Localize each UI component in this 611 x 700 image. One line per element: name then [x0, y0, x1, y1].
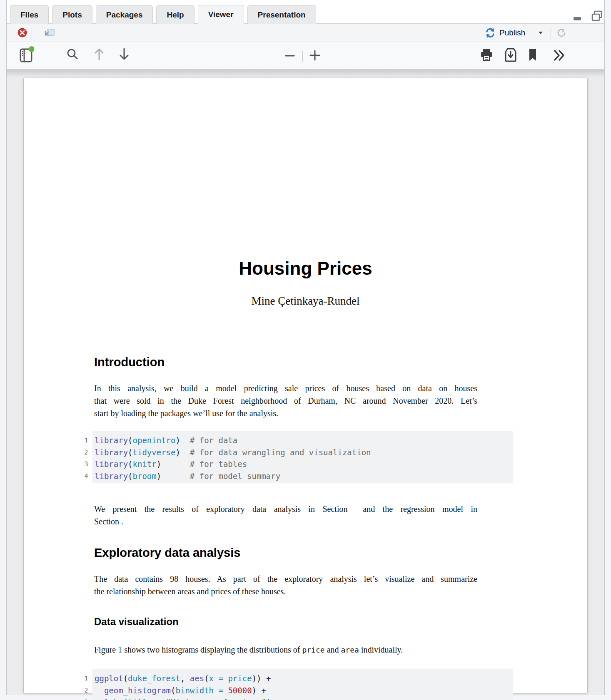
figure-link[interactable]: 1	[118, 645, 122, 654]
page-up-icon[interactable]	[92, 47, 106, 62]
minimize-pane-icon[interactable]	[571, 12, 583, 22]
toolbar-separator	[551, 28, 551, 39]
line-number: 2	[79, 685, 88, 697]
tab-files[interactable]: Files	[10, 5, 49, 24]
publish-sync-icon	[485, 27, 496, 38]
tab-help[interactable]: Help	[156, 5, 194, 24]
toolbar-separator	[302, 51, 303, 62]
line-number: 1	[79, 673, 88, 685]
search-icon[interactable]	[66, 47, 79, 61]
document-title: Housing Prices	[24, 258, 587, 279]
code-line: 3 labs(title = "Histogram of prices")	[79, 696, 271, 700]
code-block-libraries: 1library(openintro) # for data2library(t…	[79, 434, 371, 482]
print-icon[interactable]	[479, 47, 494, 62]
paragraph-intro: In this analysis, we build a model predi…	[94, 382, 477, 420]
toolbar-separator	[545, 51, 545, 62]
pdf-toolbar: of 4 Automatic Zoom	[7, 42, 604, 70]
paragraph-sections: We present the results of exploratory da…	[94, 503, 477, 528]
code-line: 1library(openintro) # for data	[79, 434, 371, 447]
maximize-pane-icon[interactable]	[590, 9, 604, 22]
paragraph-eda: The data contains 98 houses. As part of …	[94, 573, 477, 598]
line-number: 1	[79, 434, 88, 447]
download-icon[interactable]	[503, 47, 518, 63]
viewer-toolbar: Publish	[7, 24, 604, 42]
document-author: Mine Çetinkaya-Rundel	[24, 295, 587, 308]
heading-introduction: Introduction	[94, 355, 165, 369]
zoom-in-icon[interactable]	[308, 49, 322, 62]
toolbar-separator	[32, 28, 32, 39]
line-number: 2	[79, 447, 88, 459]
tab-packages[interactable]: Packages	[96, 5, 153, 24]
bookmark-icon[interactable]	[527, 47, 538, 62]
inline-code: area	[341, 645, 359, 654]
tab-viewer[interactable]: Viewer	[198, 5, 244, 24]
code-line: 2library(tidyverse) # for data wrangling…	[79, 447, 371, 459]
heading-eda: Exploratory data analysis	[94, 546, 240, 560]
stop-icon[interactable]	[17, 27, 27, 37]
sidebar-badge	[29, 46, 34, 52]
code-line: 2 geom_histogram(binwidth = 50000) +	[79, 685, 271, 697]
refresh-icon[interactable]	[556, 27, 567, 39]
inline-code: price	[302, 645, 324, 654]
tab-presentation[interactable]: Presentation	[247, 5, 316, 24]
pane-tabs: Files Plots Packages Help Viewer Present…	[10, 5, 316, 24]
line-number: 3	[79, 696, 88, 700]
zoom-out-icon[interactable]	[283, 50, 297, 62]
dropdown-caret-icon[interactable]	[537, 30, 544, 35]
page-down-icon[interactable]	[117, 47, 131, 62]
pane-tab-bar: Files Plots Packages Help Viewer Present…	[7, 0, 604, 24]
toolbar-separator	[111, 51, 111, 62]
popout-icon[interactable]	[43, 27, 56, 39]
heading-data-visualization: Data visualization	[94, 616, 179, 628]
pdf-page: Housing Prices Mine Çetinkaya-Rundel Int…	[24, 78, 587, 693]
line-number: 3	[79, 458, 88, 470]
code-line: 1ggplot(duke_forest, aes(x = price)) +	[79, 673, 271, 685]
publish-button[interactable]: Publish	[499, 28, 525, 37]
tab-plots[interactable]: Plots	[52, 5, 92, 24]
code-line: 4library(broom) # for model summary	[79, 470, 371, 482]
more-tools-icon[interactable]	[551, 48, 566, 62]
code-block-ggplot: 1ggplot(duke_forest, aes(x = price)) +2 …	[79, 673, 271, 700]
sidebar-toggle-icon[interactable]	[19, 45, 34, 63]
code-line: 3library(knitr) # for tables	[79, 458, 371, 470]
paragraph-figure: Figure 1 shows two histograms displaying…	[94, 643, 494, 656]
rstudio-viewer-window: Files Plots Packages Help Viewer Present…	[0, 0, 611, 700]
line-number: 4	[79, 470, 88, 482]
